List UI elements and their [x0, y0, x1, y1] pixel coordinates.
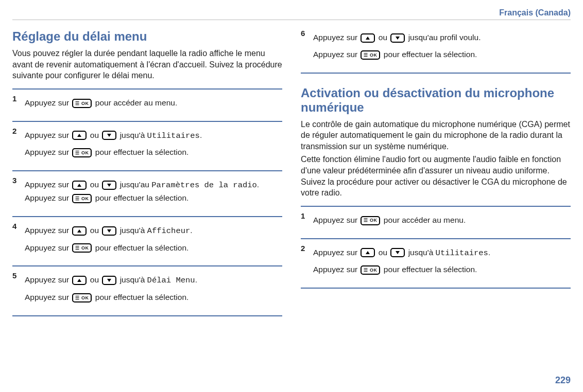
step-text: pour effectuer la sélection.	[384, 50, 477, 59]
svg-marker-8	[366, 37, 370, 40]
step-text: Appuyez sur	[25, 226, 71, 235]
step-text: pour effectuer la sélection.	[95, 193, 189, 202]
step-number: 4	[12, 220, 16, 233]
svg-marker-5	[107, 229, 111, 233]
step-text: .	[190, 226, 192, 235]
step-text: ou	[379, 33, 390, 42]
step-text: jusqu'à	[120, 226, 147, 235]
up-arrow-icon	[72, 276, 87, 285]
step-text: Appuyez sur	[25, 180, 71, 189]
step-text: Appuyez sur	[313, 248, 359, 257]
up-arrow-icon	[361, 248, 375, 257]
svg-marker-4	[77, 229, 81, 233]
step-number: 2	[12, 125, 16, 137]
page: Français (Canada) Réglage du délai menu …	[0, 0, 583, 392]
step-text: pour effectuer la sélection.	[95, 148, 189, 156]
step-text: pour effectuer la sélection.	[384, 265, 477, 274]
step-text: Appuyez sur	[25, 293, 71, 301]
ok-button-icon: ☰ OK	[72, 194, 92, 203]
menu-target: Délai Menu	[147, 276, 195, 285]
step-number: 5	[12, 270, 16, 282]
svg-marker-0	[77, 134, 81, 137]
svg-marker-7	[107, 279, 111, 282]
section-title-left: Réglage du délai menu	[12, 29, 282, 44]
list-item: 6 Appuyez sur ou jusqu'au profil voulu. …	[301, 24, 571, 74]
down-arrow-icon	[102, 131, 116, 140]
step-text: jusqu'à	[120, 131, 147, 139]
step-number: 1	[301, 210, 305, 222]
list-item: 2 Appuyez sur ou jusqu'à Utilitaires. Ap…	[12, 121, 282, 171]
step-text: ou	[90, 275, 101, 284]
step-text: jusqu'à	[408, 248, 436, 257]
step-text: pour accéder au menu.	[95, 98, 177, 107]
step-text: .	[200, 131, 202, 139]
section-intro-right-1: Le contrôle de gain automatique du micro…	[301, 119, 571, 152]
down-arrow-icon	[390, 33, 405, 43]
ok-button-icon: ☰ OK	[72, 99, 92, 108]
step-number: 6	[301, 27, 305, 40]
procedure-list-left: 1 Appuyez sur ☰ OK pour accéder au menu.…	[12, 88, 282, 316]
menu-target: Utilitaires	[147, 131, 200, 140]
right-column: 6 Appuyez sur ou jusqu'au profil voulu. …	[301, 24, 571, 316]
svg-marker-6	[77, 279, 81, 282]
step-text: ou	[90, 226, 101, 235]
step-number: 1	[12, 93, 16, 105]
step-text: pour accéder au menu.	[384, 216, 466, 224]
down-arrow-icon	[102, 276, 116, 285]
step-text: Appuyez sur	[313, 265, 359, 274]
step-text: jusqu'au	[120, 180, 152, 189]
list-item: 2 Appuyez sur ou jusqu'à Utilitaires. Ap…	[301, 238, 571, 289]
svg-marker-1	[107, 134, 111, 137]
svg-marker-10	[366, 251, 370, 254]
procedure-list-right: 1 Appuyez sur ☰ OK pour accéder au menu.…	[301, 206, 571, 289]
up-arrow-icon	[72, 181, 87, 190]
list-item: 5 Appuyez sur ou jusqu'à Délai Menu. App…	[12, 265, 282, 316]
step-text: Appuyez sur	[25, 131, 71, 139]
down-arrow-icon	[102, 226, 116, 236]
step-text: .	[195, 275, 197, 284]
step-text: jusqu'au profil voulu.	[408, 33, 481, 42]
section-intro-right-2: Cette fonction élimine l'audio fort ou a…	[301, 154, 571, 198]
ok-button-icon: ☰ OK	[72, 293, 92, 302]
step-text: ou	[90, 131, 101, 139]
columns: Réglage du délai menu Vous pouvez régler…	[12, 24, 571, 316]
step-text: ou	[379, 248, 390, 257]
list-item: 1 Appuyez sur ☰ OK pour accéder au menu.	[12, 88, 282, 121]
svg-marker-2	[77, 184, 81, 187]
ok-button-icon: ☰ OK	[361, 50, 380, 60]
step-number: 2	[301, 242, 305, 255]
up-arrow-icon	[72, 226, 87, 236]
list-item: 1 Appuyez sur ☰ OK pour accéder au menu.	[301, 206, 571, 238]
procedure-list-right-top: 6 Appuyez sur ou jusqu'au profil voulu. …	[301, 24, 571, 74]
down-arrow-icon	[102, 181, 116, 190]
step-text: pour effectuer la sélection.	[95, 243, 189, 252]
step-number: 3	[12, 174, 16, 187]
step-text: Appuyez sur	[25, 243, 71, 252]
step-text: Appuyez sur	[313, 216, 359, 224]
list-item: 4 Appuyez sur ou jusqu'à Afficheur. Appu…	[12, 216, 282, 266]
step-text: Appuyez sur	[25, 148, 71, 156]
ok-button-icon: ☰ OK	[72, 148, 92, 157]
language-header: Français (Canada)	[12, 8, 571, 20]
up-arrow-icon	[72, 131, 87, 140]
menu-target: Paramètres de la radio	[151, 181, 257, 190]
svg-marker-9	[396, 37, 400, 40]
ok-button-icon: ☰ OK	[361, 265, 380, 275]
down-arrow-icon	[390, 248, 405, 257]
svg-marker-11	[396, 251, 400, 254]
page-number: 229	[555, 375, 571, 386]
section-title-right: Activation ou désactivation du microphon…	[301, 86, 571, 115]
menu-target: Utilitaires	[436, 248, 488, 258]
up-arrow-icon	[361, 33, 375, 43]
step-text: ou	[90, 180, 101, 189]
menu-target: Afficheur	[147, 226, 191, 236]
step-text: Appuyez sur	[313, 33, 359, 42]
step-text: pour effectuer la sélection.	[95, 293, 189, 301]
step-text: Appuyez sur	[25, 275, 71, 284]
list-item: 3 Appuyez sur ou jusqu'au Paramètres de …	[12, 170, 282, 216]
left-column: Réglage du délai menu Vous pouvez régler…	[12, 24, 282, 316]
ok-button-icon: ☰ OK	[72, 243, 92, 253]
step-text: Appuyez sur	[313, 50, 359, 59]
step-text: Appuyez sur	[25, 98, 71, 107]
ok-button-icon: ☰ OK	[361, 216, 380, 225]
